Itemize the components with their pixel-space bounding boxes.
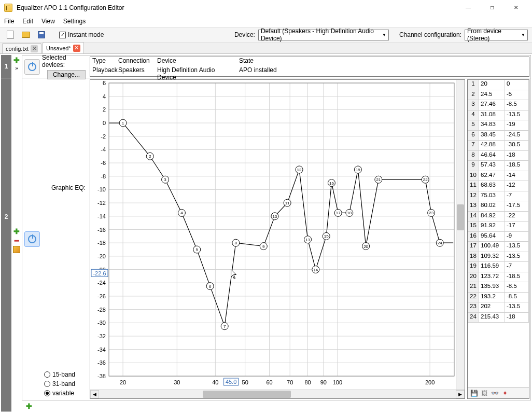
row-gain[interactable]: -18.5 bbox=[505, 272, 529, 283]
row-freq[interactable]: 84.92 bbox=[479, 212, 505, 222]
row-freq[interactable]: 123.72 bbox=[479, 272, 505, 283]
menu-settings[interactable]: Settings bbox=[63, 18, 86, 25]
chevron-down-icon[interactable]: » bbox=[15, 65, 18, 71]
instant-mode-toggle[interactable]: Instant mode bbox=[59, 31, 104, 38]
row-gain[interactable]: -5 bbox=[505, 90, 529, 101]
row-gain[interactable]: -13.5 bbox=[505, 252, 529, 262]
minimize-button[interactable]: — bbox=[456, 0, 480, 16]
table-row[interactable]: 20123.72-18.5 bbox=[468, 272, 529, 283]
radio-31-band[interactable]: 31-band bbox=[44, 380, 87, 388]
row-gain[interactable]: -13.5 bbox=[505, 302, 529, 313]
row-gain[interactable]: -8.5 bbox=[505, 293, 529, 303]
row-gain[interactable]: -18 bbox=[505, 313, 529, 323]
horizontal-scrollbar[interactable]: ◀ ▶ bbox=[90, 390, 465, 398]
row-gain[interactable]: -12 bbox=[505, 181, 529, 191]
table-row[interactable]: 19116.59-7 bbox=[468, 262, 529, 272]
row-gain[interactable]: -7 bbox=[505, 191, 529, 202]
save-button[interactable] bbox=[35, 29, 48, 41]
row-freq[interactable]: 91.92 bbox=[479, 222, 505, 232]
table-row[interactable]: 224.5-5 bbox=[468, 90, 529, 101]
table-row[interactable]: 1591.92-17 bbox=[468, 222, 529, 232]
row-freq[interactable]: 215.43 bbox=[479, 313, 505, 323]
row-gain[interactable]: -8.5 bbox=[505, 282, 529, 293]
table-row[interactable]: 534.83-19 bbox=[468, 120, 529, 131]
row-freq[interactable]: 42.88 bbox=[479, 141, 505, 151]
close-icon[interactable]: ✕ bbox=[31, 45, 38, 52]
add-icon[interactable]: ✚ bbox=[13, 56, 20, 64]
row-freq[interactable]: 38.45 bbox=[479, 131, 505, 141]
row-gain[interactable]: -22 bbox=[505, 212, 529, 222]
new-button[interactable] bbox=[4, 29, 17, 41]
row-gain[interactable]: -9 bbox=[505, 232, 529, 242]
row-gain[interactable]: -7 bbox=[505, 262, 529, 272]
table-row[interactable]: 638.45-24.5 bbox=[468, 131, 529, 141]
row-freq[interactable]: 62.47 bbox=[479, 171, 505, 182]
row-index-2[interactable]: 2 bbox=[1, 78, 11, 412]
table-row[interactable]: 23202-13.5 bbox=[468, 302, 529, 313]
table-row[interactable]: 1484.92-22 bbox=[468, 212, 529, 222]
row-gain[interactable]: -18 bbox=[505, 151, 529, 161]
table-row[interactable]: 24215.43-18 bbox=[468, 313, 529, 323]
row-freq[interactable]: 27.46 bbox=[479, 100, 505, 110]
row-freq[interactable]: 46.64 bbox=[479, 151, 505, 161]
maximize-button[interactable]: □ bbox=[480, 0, 504, 16]
row-freq[interactable]: 20 bbox=[479, 80, 505, 90]
scroll-right-icon[interactable]: ▶ bbox=[456, 390, 465, 398]
channel-config-select[interactable]: From device (Stereo) ▼ bbox=[465, 30, 528, 40]
table-row[interactable]: 1695.64-9 bbox=[468, 232, 529, 242]
radio-15-band[interactable]: 15-band bbox=[44, 371, 87, 378]
row-freq[interactable]: 34.83 bbox=[479, 120, 505, 131]
add-icon[interactable]: ✚ bbox=[13, 227, 20, 236]
table-row[interactable]: 431.08-13.5 bbox=[468, 110, 529, 121]
close-icon[interactable]: ✕ bbox=[73, 45, 80, 52]
table-row[interactable]: 1380.02-17.5 bbox=[468, 201, 529, 212]
row-gain[interactable]: -13.5 bbox=[505, 110, 529, 121]
edit-icon[interactable] bbox=[13, 246, 20, 253]
row-gain[interactable]: 0 bbox=[505, 80, 529, 90]
row-gain[interactable]: -24.5 bbox=[505, 131, 529, 141]
tab-config[interactable]: config.txt ✕ bbox=[2, 43, 41, 53]
save-icon[interactable]: 💾 bbox=[470, 389, 478, 397]
table-row[interactable]: 17100.49-13.5 bbox=[468, 242, 529, 252]
power-button[interactable] bbox=[24, 59, 40, 75]
table-row[interactable]: 1168.63-12 bbox=[468, 181, 529, 191]
table-row[interactable]: 957.43-18.5 bbox=[468, 161, 529, 171]
row-freq[interactable]: 202 bbox=[479, 302, 505, 313]
glasses-icon[interactable]: 👓 bbox=[491, 389, 499, 397]
table-row[interactable]: 327.46-8.5 bbox=[468, 100, 529, 110]
table-row[interactable]: 1062.47-14 bbox=[468, 171, 529, 182]
row-freq[interactable]: 100.49 bbox=[479, 242, 505, 252]
row-gain[interactable]: -19 bbox=[505, 120, 529, 131]
row-gain[interactable]: -17 bbox=[505, 222, 529, 232]
eq-chart[interactable]: 6420-2-4-6-8-10-12-14-16-18-20-22-24-26-… bbox=[90, 79, 465, 399]
close-button[interactable]: ✕ bbox=[504, 0, 528, 16]
vertical-scrollbar[interactable] bbox=[456, 80, 465, 390]
row-gain[interactable]: -14 bbox=[505, 171, 529, 182]
row-index-1[interactable]: 1 bbox=[1, 55, 11, 78]
row-freq[interactable]: 31.08 bbox=[479, 110, 505, 121]
row-freq[interactable]: 109.32 bbox=[479, 252, 505, 262]
add-icon[interactable]: ✚ bbox=[26, 402, 32, 410]
menu-edit[interactable]: Edit bbox=[22, 18, 33, 25]
row-freq[interactable]: 80.02 bbox=[479, 201, 505, 212]
menu-file[interactable]: File bbox=[4, 18, 14, 25]
wand-icon[interactable]: ✦ bbox=[501, 389, 509, 397]
row-freq[interactable]: 95.64 bbox=[479, 232, 505, 242]
chart-canvas[interactable]: 6420-2-4-6-8-10-12-14-16-18-20-22-24-26-… bbox=[90, 80, 465, 390]
tab-unsaved[interactable]: Unsaved* ✕ bbox=[43, 42, 84, 53]
table-row[interactable]: 1275.03-7 bbox=[468, 191, 529, 202]
radio-variable[interactable]: variable bbox=[44, 390, 87, 397]
power-button-active[interactable] bbox=[24, 231, 40, 247]
row-gain[interactable]: -30.5 bbox=[505, 141, 529, 151]
row-freq[interactable]: 116.59 bbox=[479, 262, 505, 272]
row-freq[interactable]: 24.5 bbox=[479, 90, 505, 101]
eq-data-table[interactable]: 1200224.5-5327.46-8.5431.08-13.5534.83-1… bbox=[468, 80, 529, 387]
row-freq[interactable]: 75.03 bbox=[479, 191, 505, 202]
row-freq[interactable]: 57.43 bbox=[479, 161, 505, 171]
scroll-left-icon[interactable]: ◀ bbox=[90, 390, 99, 398]
row-freq[interactable]: 135.93 bbox=[479, 282, 505, 293]
image-icon[interactable]: 🖼 bbox=[480, 389, 488, 397]
table-row[interactable]: 1200 bbox=[468, 80, 529, 90]
open-button[interactable] bbox=[20, 29, 32, 41]
remove-icon[interactable]: ━ bbox=[15, 237, 19, 245]
